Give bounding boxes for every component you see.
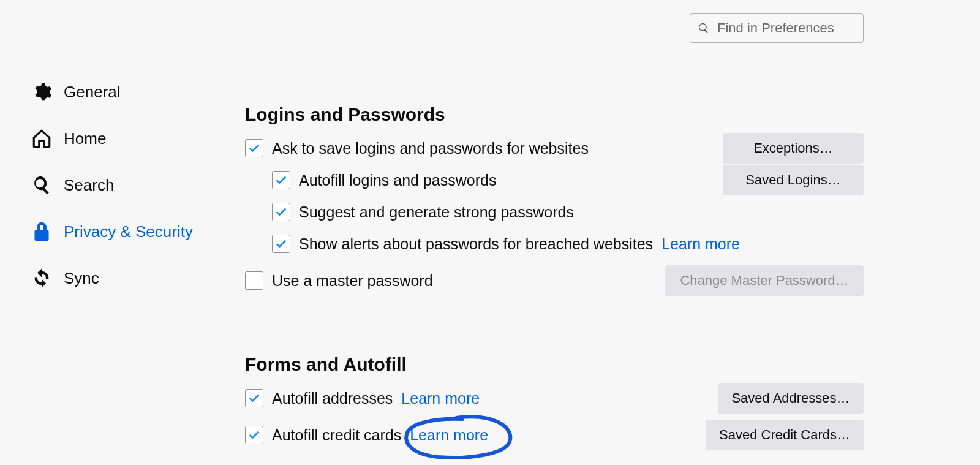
label-use-master: Use a master password	[272, 272, 433, 290]
annotation-circle: Learn more	[410, 426, 488, 444]
checkbox-breach-alerts[interactable]	[272, 235, 290, 253]
learn-more-cards-link[interactable]: Learn more	[410, 426, 488, 444]
checkbox-autofill-cards[interactable]	[245, 426, 263, 444]
home-icon	[31, 128, 53, 149]
checkbox-master-password[interactable]	[245, 271, 263, 290]
sidebar: General Home Search Privacy & Security S	[0, 43, 245, 451]
sidebar-item-label: Sync	[64, 269, 99, 288]
label-ask-save: Ask to save logins and passwords for web…	[272, 140, 589, 157]
label-autofill-logins: Autofill logins and passwords	[299, 172, 496, 189]
saved-logins-button[interactable]: Saved Logins…	[723, 165, 864, 195]
saved-credit-cards-button[interactable]: Saved Credit Cards…	[706, 420, 864, 450]
label-breach-alerts: Show alerts about passwords for breached…	[299, 235, 653, 253]
checkbox-autofill-addresses[interactable]	[245, 389, 263, 407]
sidebar-item-label: Home	[64, 129, 106, 148]
sidebar-item-sync[interactable]: Sync	[31, 255, 245, 301]
sidebar-item-label: Privacy & Security	[64, 222, 193, 241]
checkbox-ask-save[interactable]	[245, 139, 263, 157]
label-autofill-addresses: Autofill addresses	[272, 390, 393, 407]
sidebar-item-label: Search	[64, 176, 114, 195]
sync-icon	[31, 268, 53, 289]
sidebar-item-search[interactable]: Search	[31, 162, 245, 208]
search-icon	[698, 22, 710, 34]
learn-more-addresses-link[interactable]: Learn more	[401, 390, 480, 407]
sidebar-item-general[interactable]: General	[31, 69, 245, 115]
sidebar-item-privacy[interactable]: Privacy & Security	[31, 208, 245, 255]
change-master-password-button[interactable]: Change Master Password…	[665, 265, 864, 296]
section-title-logins: Logins and Passwords	[245, 104, 864, 125]
main-content: Logins and Passwords Ask to save logins …	[245, 43, 980, 451]
gear-icon	[31, 81, 53, 102]
section-title-forms: Forms and Autofill	[245, 354, 864, 375]
checkbox-suggest-strong[interactable]	[272, 203, 290, 221]
sidebar-item-label: General	[64, 83, 121, 102]
search-box[interactable]	[690, 13, 864, 43]
search-icon	[31, 175, 53, 195]
label-autofill-cards: Autofill credit cards	[272, 426, 401, 444]
sidebar-item-home[interactable]: Home	[31, 115, 245, 162]
lock-icon	[31, 221, 53, 242]
saved-addresses-button[interactable]: Saved Addresses…	[718, 383, 864, 414]
learn-more-breach-link[interactable]: Learn more	[662, 235, 740, 253]
label-suggest-strong: Suggest and generate strong passwords	[299, 203, 574, 221]
search-input[interactable]	[716, 20, 856, 37]
checkbox-autofill-logins[interactable]	[272, 171, 290, 189]
exceptions-button[interactable]: Exceptions…	[723, 133, 864, 164]
